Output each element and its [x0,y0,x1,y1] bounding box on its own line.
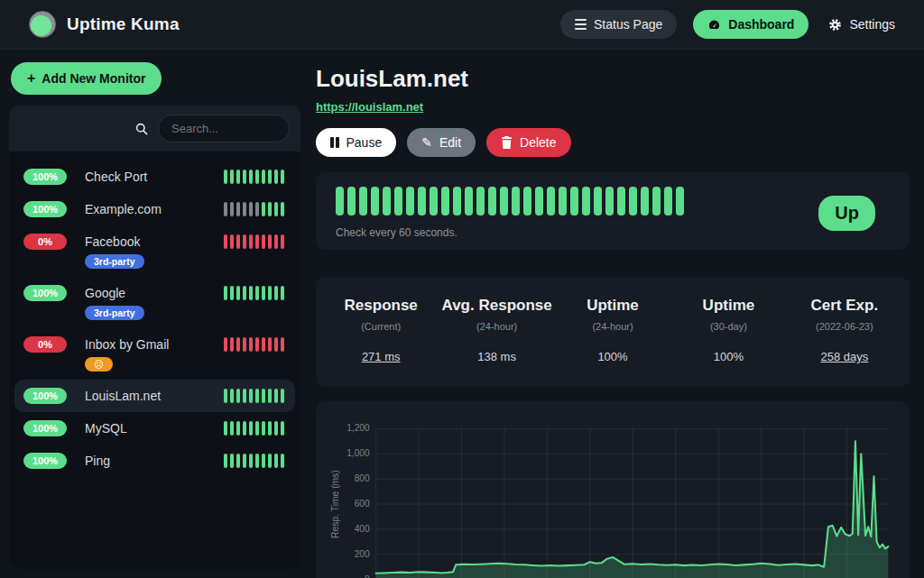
status-page-button[interactable]: Status Page [560,10,677,39]
search-bar [9,106,300,151]
stat-subtitle: (24-hour) [439,321,554,332]
monitor-list-panel: 100%Check Port100%Example.com0%Facebook3… [9,106,300,569]
uptime-badge: 100% [23,201,67,217]
uptime-badge: 0% [23,336,67,353]
response-chart-card: 02004006008001,0001,20016:1316:4317:1317… [316,401,910,578]
stat-label: Cert Exp. [787,297,902,315]
svg-text:Resp. Time (ms): Resp. Time (ms) [330,470,340,538]
status-page-label: Status Page [594,17,662,32]
monitor-name: Check Port [79,170,224,184]
stat-column: Response(Current)271 ms [323,297,439,363]
stat-subtitle: (Current) [323,321,439,332]
edit-button[interactable]: ✎ Edit [407,128,476,157]
monitor-heartbeat-bars [224,202,284,216]
monitor-list-item[interactable]: 100%MySQL [14,412,295,445]
uptime-badge: 100% [23,169,67,185]
stat-label: Uptime [670,297,786,315]
add-monitor-label: Add New Monitor [42,71,145,86]
stat-value: 138 ms [439,350,554,363]
svg-text:0: 0 [365,574,370,578]
uptime-kuma-logo-icon [29,11,56,38]
header-nav: Status Page Dashboard Settings [560,10,899,39]
monitor-tags: 3rd-party [79,301,284,320]
stats-card: Response(Current)271 msAvg. Response(24-… [316,277,910,387]
monitor-heartbeat-bars [224,286,284,300]
monitor-list-item[interactable]: 0%Facebook3rd-party [14,225,295,277]
add-new-monitor-button[interactable]: + Add New Monitor [11,62,162,95]
pencil-icon: ✎ [421,136,432,149]
stat-label: Avg. Response [439,297,554,315]
monitor-list-item[interactable]: 100%Ping [14,445,295,477]
stat-value: 258 days [787,350,902,363]
monitor-detail: LouisLam.net https://louislam.net Pause … [316,58,910,569]
heartbeat-bars[interactable] [336,187,684,216]
stat-subtitle: (30-day) [670,321,786,332]
svg-text:1,200: 1,200 [346,423,370,433]
svg-text:1,000: 1,000 [346,448,370,458]
uptime-badge: 100% [23,388,67,404]
monitor-heartbeat-bars [224,454,284,468]
monitor-name: Facebook [79,234,224,249]
svg-text:400: 400 [355,524,370,534]
settings-button[interactable]: Settings [825,10,899,39]
monitor-tags: 3rd-party [79,250,284,269]
response-time-chart[interactable]: 02004006008001,0001,20016:1316:4317:1317… [328,417,897,578]
monitor-name: MySQL [79,421,224,436]
edit-label: Edit [439,135,461,150]
heartbeat-card: Check every 60 seconds. Up [316,172,910,250]
list-icon [575,19,587,30]
app-brand: Uptime Kuma [29,11,180,38]
monitor-tag: 3rd-party [85,306,144,320]
stat-value: 271 ms [323,350,439,363]
svg-text:600: 600 [355,499,370,509]
monitor-url-link[interactable]: https://louislam.net [316,100,423,114]
monitor-heartbeat-bars [224,389,284,403]
stat-value: 100% [555,350,670,363]
dashboard-button[interactable]: Dashboard [693,10,808,39]
gauge-icon [707,18,721,32]
stat-column: Avg. Response(24-hour)138 ms [439,297,554,363]
monitor-tag: ☹ [85,357,113,372]
monitor-list-item[interactable]: 100%Check Port [14,161,295,193]
monitor-list-item[interactable]: 100%Example.com [14,193,295,225]
monitor-name: Example.com [79,202,224,216]
monitor-actions: Pause ✎ Edit Delete [316,128,910,157]
stat-value: 100% [670,350,786,363]
gear-icon [828,18,842,32]
stat-column: Cert Exp.(2022-06-23)258 days [787,297,902,363]
main-layout: + Add New Monitor 100%Check Port100%Exam… [0,50,924,578]
monitor-list-item[interactable]: 100%Google3rd-party [14,277,295,328]
stat-label: Uptime [555,297,670,315]
page-title: LouisLam.net [316,65,910,93]
stat-column: Uptime(30-day)100% [670,297,786,363]
monitor-tags: ☹ [79,353,284,372]
delete-label: Delete [520,135,556,150]
uptime-badge: 100% [23,285,67,301]
uptime-badge: 100% [23,453,67,469]
stat-subtitle: (24-hour) [555,321,670,332]
uptime-badge: 0% [23,234,67,250]
stat-label: Response [323,297,439,315]
trash-icon [501,136,513,149]
monitor-list-item[interactable]: 100%LouisLam.net [14,380,295,412]
svg-text:200: 200 [355,549,370,559]
search-input[interactable] [158,115,290,142]
check-interval-text: Check every 60 seconds. [336,226,684,239]
monitor-heartbeat-bars [224,234,284,249]
app-header: Uptime Kuma Status Page Dashboard Settin… [0,0,924,50]
monitor-heartbeat-bars [224,170,284,184]
dashboard-label: Dashboard [728,17,794,32]
status-badge: Up [818,196,875,231]
pause-button[interactable]: Pause [316,128,396,157]
app-title: Uptime Kuma [67,14,180,34]
stat-column: Uptime(24-hour)100% [555,297,670,363]
sidebar: + Add New Monitor 100%Check Port100%Exam… [9,58,300,569]
monitor-list-item[interactable]: 0%Inbox by Gmail☹ [14,328,295,380]
monitor-name: LouisLam.net [79,389,224,403]
settings-label: Settings [849,17,895,32]
monitor-name: Ping [79,454,224,468]
stat-subtitle: (2022-06-23) [787,321,902,332]
delete-button[interactable]: Delete [486,128,570,157]
uptime-badge: 100% [23,420,67,436]
monitor-tag: 3rd-party [85,254,144,269]
